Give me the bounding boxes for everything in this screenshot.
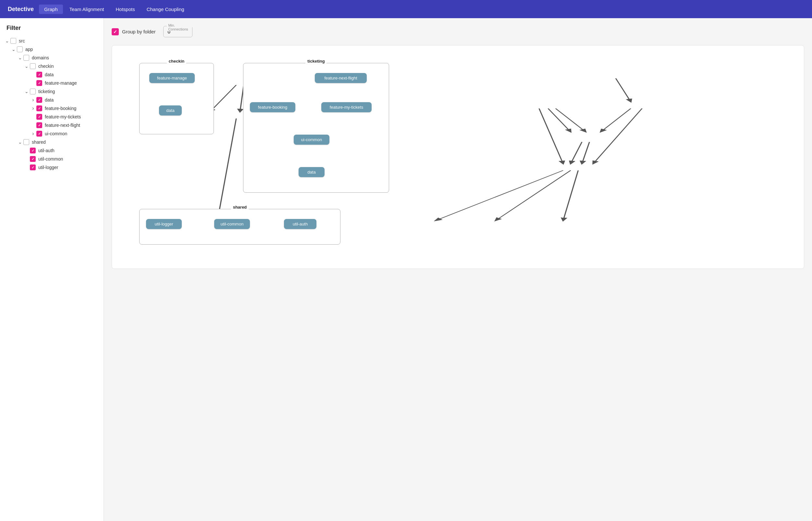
chevron-ticketing-ui-common	[30, 131, 36, 137]
group-by-folder-label: Group by folder	[122, 29, 155, 35]
sidebar-title: Filter	[0, 23, 104, 37]
chevron-ticketing	[23, 89, 30, 94]
checkbox-ticketing-feature-my-tickets[interactable]	[36, 114, 42, 120]
label-ticketing-ui-common: ui-common	[45, 131, 67, 136]
checkbox-domains[interactable]	[23, 55, 29, 61]
svg-line-3	[548, 108, 571, 132]
tree-item-checkin[interactable]: checkin	[0, 62, 104, 70]
tree-item-ticketing-feature-booking[interactable]: feature-booking	[0, 104, 104, 113]
min-connections-label: Min. Connections	[167, 23, 192, 31]
label-shared-util-common: util-common	[38, 156, 63, 162]
svg-line-13	[563, 170, 578, 221]
svg-line-4	[556, 108, 586, 132]
group-by-folder-control[interactable]: Group by folder	[112, 28, 155, 36]
chevron-ticketing-feature-booking	[30, 106, 36, 111]
checkbox-ticketing-feature-next-flight[interactable]	[36, 122, 42, 128]
tree-item-checkin-feature-manage[interactable]: feature-manage	[0, 79, 104, 87]
tree-item-shared-util-logger[interactable]: util-logger	[0, 163, 104, 172]
tree-item-src[interactable]: src	[0, 37, 104, 45]
chevron-app	[10, 47, 17, 52]
tree-item-ticketing[interactable]: ticketing	[0, 87, 104, 96]
checkbox-ticketing-feature-booking[interactable]	[36, 106, 42, 111]
tree-item-domains[interactable]: domains	[0, 53, 104, 62]
svg-line-5	[601, 108, 631, 132]
checkbox-checkin-data[interactable]	[36, 72, 42, 77]
main-layout: Filter src app domains checkin	[0, 18, 812, 521]
node-feature-manage[interactable]: feature-manage	[149, 73, 195, 83]
node-data-checkin[interactable]: data	[159, 106, 182, 115]
min-connections-control[interactable]: Min. Connections	[163, 26, 193, 37]
tree-item-ticketing-data[interactable]: data	[0, 96, 104, 104]
node-feature-next-flight[interactable]: feature-next-flight	[315, 73, 367, 83]
tree-item-ticketing-feature-my-tickets[interactable]: feature-my-tickets	[0, 113, 104, 121]
tree-item-ticketing-ui-common[interactable]: ui-common	[0, 130, 104, 138]
tab-graph[interactable]: Graph	[39, 4, 63, 14]
node-feature-my-tickets[interactable]: feature-my-tickets	[321, 102, 372, 112]
checkbox-checkin[interactable]	[30, 63, 36, 69]
checkbox-shared-util-auth[interactable]	[30, 148, 36, 154]
checkbox-shared-util-common[interactable]	[30, 156, 36, 162]
label-shared: shared	[32, 139, 46, 145]
sidebar: Filter src app domains checkin	[0, 18, 104, 521]
node-feature-booking[interactable]: feature-booking	[250, 102, 295, 112]
label-checkin-data: data	[45, 72, 53, 77]
cluster-checkin: checkin feature-manage data	[139, 63, 214, 134]
checkbox-shared[interactable]	[23, 139, 29, 145]
checkbox-app[interactable]	[17, 46, 23, 52]
label-shared-util-logger: util-logger	[38, 165, 58, 170]
node-util-logger[interactable]: util-logger	[146, 219, 182, 229]
toolbar: Group by folder Min. Connections	[112, 26, 804, 37]
node-util-auth[interactable]: util-auth	[284, 219, 316, 229]
svg-line-2	[616, 78, 631, 101]
nav-tabs: Graph Team Alignment Hotspots Change Cou…	[39, 4, 190, 14]
checkbox-ticketing[interactable]	[30, 89, 36, 94]
checkbox-checkin-feature-manage[interactable]	[36, 80, 42, 86]
tab-change-coupling[interactable]: Change Coupling	[141, 4, 190, 14]
svg-line-0	[210, 85, 236, 112]
tree-item-ticketing-feature-next-flight[interactable]: feature-next-flight	[0, 121, 104, 130]
svg-line-12	[496, 170, 571, 221]
node-data-ticketing[interactable]: data	[299, 167, 325, 177]
label-checkin: checkin	[38, 64, 53, 69]
tab-hotspots[interactable]: Hotspots	[110, 4, 140, 14]
tree-item-app[interactable]: app	[0, 45, 104, 53]
tree-item-shared[interactable]: shared	[0, 138, 104, 146]
label-domains: domains	[32, 55, 49, 60]
chevron-domains	[17, 55, 23, 60]
tree-item-checkin-data[interactable]: data	[0, 70, 104, 79]
cluster-label-checkin: checkin	[167, 59, 186, 64]
label-checkin-feature-manage: feature-manage	[45, 81, 77, 86]
svg-line-8	[539, 108, 563, 163]
cluster-shared: shared util-logger util-common util-auth	[139, 209, 341, 245]
topnav: Detective Graph Team Alignment Hotspots …	[0, 0, 812, 18]
chevron-src	[4, 38, 10, 43]
checkbox-ticketing-ui-common[interactable]	[36, 131, 42, 137]
label-ticketing-feature-next-flight: feature-next-flight	[45, 122, 80, 128]
chevron-shared	[17, 139, 23, 145]
checkbox-src[interactable]	[10, 38, 16, 44]
tree-item-shared-util-auth[interactable]: util-auth	[0, 146, 104, 155]
label-shared-util-auth: util-auth	[38, 148, 54, 153]
checkbox-shared-util-logger[interactable]	[30, 164, 36, 170]
content-area: Group by folder Min. Connections	[104, 18, 812, 521]
label-app: app	[25, 47, 33, 52]
svg-line-6	[571, 142, 582, 164]
group-by-folder-checkbox[interactable]	[112, 28, 119, 36]
chevron-checkin	[23, 64, 30, 69]
label-ticketing-feature-booking: feature-booking	[45, 106, 76, 111]
checkbox-ticketing-data[interactable]	[36, 97, 42, 103]
graph-canvas: checkin feature-manage data ticketing fe…	[120, 53, 796, 261]
tab-team-alignment[interactable]: Team Alignment	[64, 4, 109, 14]
graph-area: checkin feature-manage data ticketing fe…	[112, 45, 804, 269]
cluster-ticketing: ticketing feature-next-flight feature-bo…	[243, 63, 389, 193]
label-ticketing: ticketing	[38, 89, 55, 94]
chevron-ticketing-data	[30, 97, 36, 103]
label-ticketing-data: data	[45, 97, 53, 103]
cluster-label-shared: shared	[231, 205, 249, 209]
brand: Detective	[8, 6, 34, 13]
node-util-common[interactable]: util-common	[214, 219, 250, 229]
tree-item-shared-util-common[interactable]: util-common	[0, 155, 104, 163]
node-ui-common[interactable]: ui-common	[294, 135, 329, 145]
svg-line-11	[436, 170, 564, 221]
label-src: src	[19, 38, 25, 43]
